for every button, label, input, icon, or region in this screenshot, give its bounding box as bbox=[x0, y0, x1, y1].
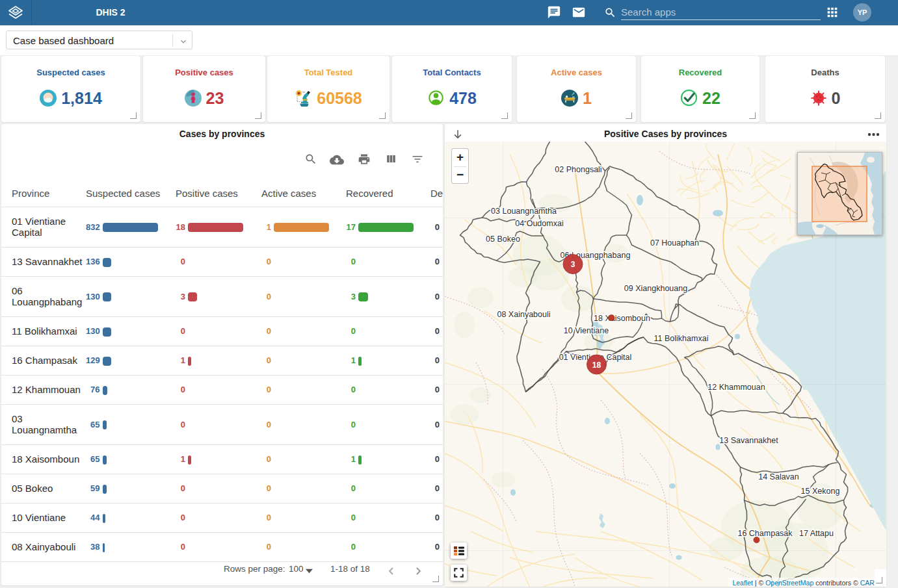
svg-text:04 Oudomxai: 04 Oudomxai bbox=[515, 219, 563, 228]
svg-text:03 Louangnamtha: 03 Louangnamtha bbox=[491, 207, 557, 216]
svg-text:09 Xiangkhouang: 09 Xiangkhouang bbox=[624, 284, 687, 293]
svg-text:08 Xainyabouli: 08 Xainyabouli bbox=[497, 310, 550, 319]
svg-text:13 Savannakhet: 13 Savannakhet bbox=[719, 436, 778, 445]
svg-text:15 Xekong: 15 Xekong bbox=[801, 487, 840, 496]
svg-text:05 Bokeo: 05 Bokeo bbox=[486, 235, 520, 244]
svg-text:07 Houaphan: 07 Houaphan bbox=[650, 238, 699, 248]
svg-text:10 Vientiane: 10 Vientiane bbox=[564, 326, 609, 335]
svg-text:16 Champasak: 16 Champasak bbox=[737, 529, 793, 538]
svg-text:14 Salavan: 14 Salavan bbox=[758, 472, 799, 481]
svg-text:3: 3 bbox=[571, 260, 575, 269]
svg-text:18: 18 bbox=[592, 361, 601, 370]
svg-text:02 Phongsali: 02 Phongsali bbox=[555, 165, 601, 174]
svg-text:11 Bolikhamxai: 11 Bolikhamxai bbox=[654, 334, 709, 343]
svg-text:18 Xaisomboun: 18 Xaisomboun bbox=[594, 314, 650, 323]
svg-text:12 Khammouan: 12 Khammouan bbox=[707, 383, 765, 392]
svg-text:17 Attapu: 17 Attapu bbox=[799, 529, 834, 538]
